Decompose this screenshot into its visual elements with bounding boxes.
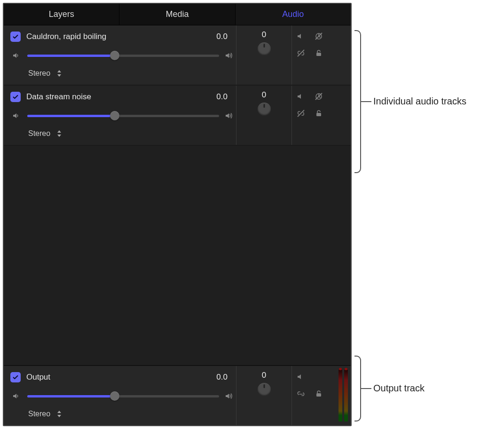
audio-track: Cauldron, rapid boiling 0.0 [4,25,351,86]
svg-rect-8 [316,393,321,397]
panel-tabs: Layers Media Audio [4,4,351,25]
output-level-meters [339,370,348,421]
tracks-area: Cauldron, rapid boiling 0.0 [4,25,351,425]
output-track-name[interactable]: Output [26,373,208,382]
updown-icon [57,70,62,77]
tab-media[interactable]: Media [119,4,235,25]
tab-layers[interactable]: Layers [4,4,119,25]
svg-rect-3 [316,53,321,56]
link-disabled-icon[interactable] [296,48,306,58]
track-enable-checkbox[interactable] [10,92,21,102]
lock-open-icon[interactable] [314,389,324,399]
pan-knob[interactable] [258,42,271,56]
pan-knob[interactable] [258,103,271,116]
speaker-low-icon [10,51,23,60]
lock-open-icon[interactable] [314,108,324,119]
link-icon[interactable] [296,389,306,399]
svg-rect-7 [316,113,321,116]
volume-readout[interactable]: 0.0 [208,92,236,102]
callout-output-track: Output track [352,356,502,426]
tab-audio[interactable]: Audio [236,4,351,25]
pan-knob[interactable] [258,383,271,396]
solo-disabled-icon[interactable] [314,31,324,41]
volume-readout[interactable]: 0.0 [208,32,236,41]
speaker-high-icon [224,51,236,60]
callout-text: Individual audio tracks [373,96,466,107]
volume-slider[interactable] [27,111,219,121]
callout-text: Output track [373,383,425,394]
volume-readout[interactable]: 0.0 [208,373,236,382]
output-track-section: Output 0.0 [4,365,351,425]
svg-line-2 [298,50,304,56]
lock-open-icon[interactable] [314,48,324,58]
updown-icon [57,130,62,137]
output-mode-label: Stereo [28,69,50,78]
speaker-high-icon [224,111,236,120]
svg-line-6 [298,110,304,117]
track-enable-checkbox[interactable] [10,32,21,42]
mute-icon[interactable] [296,91,306,102]
output-track: Output 0.0 [4,366,351,425]
audio-track: Data stream noise 0.0 [4,86,351,146]
output-enable-checkbox[interactable] [10,372,21,382]
speaker-low-icon [10,391,23,401]
track-name[interactable]: Data stream noise [26,92,208,102]
pan-readout[interactable]: 0 [236,30,291,40]
output-mode-label: Stereo [28,129,50,138]
volume-slider[interactable] [27,391,219,401]
mute-icon[interactable] [296,31,306,41]
link-disabled-icon[interactable] [296,108,306,119]
output-mode-select[interactable]: Stereo [28,129,62,138]
output-mode-select[interactable]: Stereo [28,410,62,418]
updown-icon [57,411,62,417]
output-mode-label: Stereo [28,410,50,418]
callout-individual-tracks: Individual audio tracks [352,30,502,181]
speaker-low-icon [10,111,23,120]
solo-disabled-icon[interactable] [314,91,324,102]
audio-panel: Layers Media Audio Cauldron, rapid boili… [3,3,352,426]
speaker-high-icon [224,391,236,401]
track-name[interactable]: Cauldron, rapid boiling [26,32,208,41]
output-mode-select[interactable]: Stereo [28,69,62,78]
volume-slider[interactable] [27,50,219,61]
pan-readout[interactable]: 0 [236,371,291,380]
mute-icon[interactable] [296,372,306,382]
pan-readout[interactable]: 0 [236,90,291,100]
